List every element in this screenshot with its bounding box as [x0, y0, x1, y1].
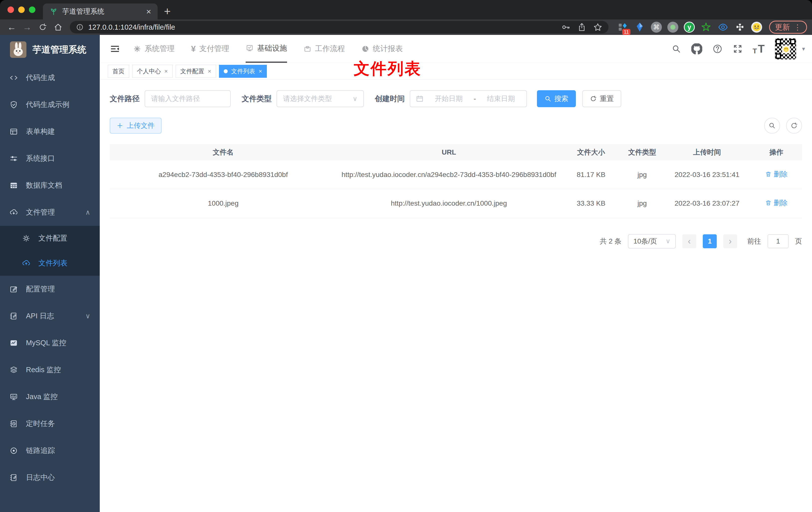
- search-icon[interactable]: [671, 44, 681, 54]
- sidebar-item-file-list[interactable]: 文件列表: [0, 251, 100, 276]
- sidebar-item-java-monitor[interactable]: Java 监控: [0, 383, 100, 410]
- extension-dot-icon[interactable]: [667, 22, 678, 33]
- nav-infrastructure[interactable]: 基础设施: [245, 35, 287, 63]
- sidebar-item-code-gen-example[interactable]: 代码生成示例: [0, 91, 100, 118]
- code-icon: [9, 73, 19, 82]
- nav-payment-management[interactable]: ¥ 支付管理: [191, 35, 229, 63]
- extension-command-icon[interactable]: ⌘: [651, 22, 662, 33]
- reset-button[interactable]: 重置: [582, 90, 621, 107]
- forward-button[interactable]: →: [21, 21, 34, 33]
- password-key-icon[interactable]: [561, 23, 571, 32]
- help-icon[interactable]: [712, 43, 723, 54]
- tag-close-icon[interactable]: ×: [259, 68, 262, 75]
- sidebar-item-file-management[interactable]: 文件管理 ∧: [0, 199, 100, 226]
- browser-tab[interactable]: 芋道管理系统 ×: [43, 3, 157, 20]
- sidebar-item-api-log[interactable]: API 日志 ∨: [0, 303, 100, 330]
- share-icon[interactable]: [577, 23, 586, 32]
- col-uploadtime: 上传时间: [663, 144, 751, 160]
- refresh-table-button[interactable]: [786, 118, 802, 133]
- tag-file-list[interactable]: 文件列表 ×: [219, 65, 267, 78]
- new-tab-button[interactable]: +: [160, 4, 175, 19]
- site-info-icon[interactable]: [76, 23, 84, 31]
- tag-close-icon[interactable]: ×: [208, 68, 211, 75]
- select-caret-icon: ∨: [353, 95, 357, 103]
- briefcase-icon: [303, 45, 312, 53]
- file-path-input[interactable]: [145, 90, 231, 107]
- minimize-window-button[interactable]: [18, 6, 25, 13]
- tag-profile[interactable]: 个人中心 ×: [132, 65, 173, 78]
- app-logo-rabbit: [10, 41, 26, 58]
- database-table-icon: [9, 181, 19, 190]
- sidebar-item-trace[interactable]: 链路追踪: [0, 437, 100, 464]
- tag-home[interactable]: 首页: [108, 65, 129, 78]
- next-page-button[interactable]: ›: [723, 234, 737, 248]
- search-button[interactable]: 搜索: [537, 90, 576, 107]
- tag-close-icon[interactable]: ×: [164, 68, 168, 75]
- delete-button[interactable]: 删除: [765, 197, 788, 209]
- font-size-icon[interactable]: T T: [753, 42, 764, 55]
- profile-avatar-emoji[interactable]: [751, 22, 762, 33]
- file-type-label: 文件类型: [242, 94, 271, 104]
- upload-file-button[interactable]: 上传文件: [110, 118, 162, 133]
- cell-uploadtime: 2022-03-16 23:51:41: [663, 160, 751, 189]
- extension-star-icon[interactable]: [700, 22, 712, 33]
- sidebar-collapse-button[interactable]: [107, 41, 123, 57]
- address-bar[interactable]: 127.0.0.1:1024/infra/file/file: [70, 21, 609, 33]
- date-range-picker[interactable]: 开始日期 - 结束日期: [410, 90, 527, 107]
- browser-window: 芋道管理系统 × + ← → 127.0.0.1:1024/infra/file…: [0, 0, 812, 512]
- tab-close-icon[interactable]: ×: [146, 7, 151, 16]
- toggle-search-button[interactable]: [764, 118, 780, 133]
- user-avatar-qr[interactable]: [775, 38, 796, 60]
- sidebar-item-redis-monitor[interactable]: Redis 监控: [0, 357, 100, 383]
- home-button[interactable]: [51, 21, 65, 33]
- extensions-puzzle-icon[interactable]: [734, 22, 746, 33]
- nav-workflow[interactable]: 工作流程: [303, 35, 345, 63]
- select-caret-icon: ∨: [666, 237, 670, 245]
- sidebar-logo-row[interactable]: 芋道管理系统: [0, 35, 100, 64]
- sidebar-item-db-doc[interactable]: 数据库文档: [0, 172, 100, 199]
- chevron-up-icon: ∧: [85, 208, 90, 216]
- extension-eye-icon[interactable]: [717, 22, 729, 33]
- extension-kite-icon[interactable]: [634, 22, 645, 33]
- file-type-select[interactable]: 请选择文件类型 ∨: [277, 90, 364, 107]
- sidebar-item-scheduled-tasks[interactable]: 定时任务: [0, 410, 100, 437]
- page-size-select[interactable]: 10条/页 ∨: [628, 234, 676, 248]
- file-management-submenu: 文件配置 文件列表: [0, 226, 100, 276]
- prev-page-button[interactable]: ‹: [682, 234, 696, 248]
- extension-y-icon[interactable]: y: [684, 22, 695, 33]
- github-icon[interactable]: [691, 43, 702, 54]
- sidebar-item-form-builder[interactable]: 表单构建: [0, 118, 100, 145]
- browser-update-button[interactable]: 更新 ⋮: [769, 21, 807, 34]
- tag-file-config[interactable]: 文件配置 ×: [176, 65, 216, 78]
- bookmark-star-icon[interactable]: [593, 23, 603, 32]
- maximize-window-button[interactable]: [29, 6, 35, 13]
- nav-system-management[interactable]: 系统管理: [133, 35, 175, 63]
- delete-button[interactable]: 删除: [765, 169, 788, 180]
- table-header-row: 文件名 URL 文件大小 文件类型 上传时间 操作: [110, 144, 802, 160]
- app-header: 系统管理 ¥ 支付管理 基础设施 工作流程: [100, 35, 812, 63]
- page-unit-label: 页: [795, 237, 802, 246]
- extension-grid-icon[interactable]: 11: [617, 22, 629, 33]
- sidebar-item-config-management[interactable]: 配置管理: [0, 276, 100, 303]
- reload-button[interactable]: [36, 21, 49, 33]
- current-page-button[interactable]: 1: [703, 234, 717, 248]
- gear-icon: [133, 45, 141, 53]
- sidebar-item-system-api[interactable]: 系统接口: [0, 145, 100, 172]
- cell-filename: 1000.jpeg: [110, 189, 337, 218]
- log-pen-icon: [9, 473, 19, 482]
- table-tools: [764, 118, 802, 133]
- sidebar-item-code-gen[interactable]: 代码生成: [0, 64, 100, 91]
- pagination: 共 2 条 10条/页 ∨ ‹ 1 › 前往 页: [110, 234, 802, 248]
- avatar-dropdown-caret[interactable]: ▾: [802, 46, 805, 52]
- chart-box-icon: [9, 339, 19, 347]
- close-window-button[interactable]: [7, 6, 14, 13]
- sidebar-item-log-center[interactable]: 日志中心: [0, 464, 100, 491]
- extension-badge: 11: [622, 29, 631, 35]
- cloud-download-icon: [9, 208, 19, 217]
- goto-page-input[interactable]: [767, 234, 788, 248]
- browser-menu-dots-icon[interactable]: ⋮: [794, 23, 801, 32]
- sidebar-item-file-config[interactable]: 文件配置: [0, 226, 100, 251]
- fullscreen-icon[interactable]: [733, 44, 743, 54]
- sidebar-item-mysql-monitor[interactable]: MySQL 监控: [0, 330, 100, 357]
- back-button[interactable]: ←: [5, 21, 19, 33]
